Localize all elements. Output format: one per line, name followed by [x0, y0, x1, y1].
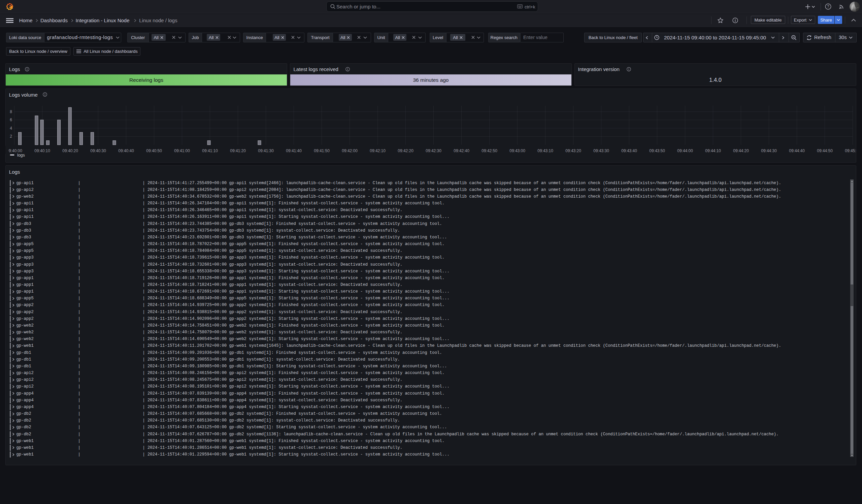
- svg-text:09:43:40: 09:43:40: [621, 148, 637, 153]
- svg-text:09:41:50: 09:41:50: [314, 148, 330, 153]
- svg-text:09:42:20: 09:42:20: [398, 148, 414, 153]
- svg-text:09:43:20: 09:43:20: [565, 148, 581, 153]
- svg-text:09:42:10: 09:42:10: [370, 148, 386, 153]
- svg-text:09:44:30: 09:44:30: [761, 148, 777, 153]
- svg-text:09:43:10: 09:43:10: [537, 148, 553, 153]
- svg-text:2: 2: [10, 134, 12, 139]
- svg-text:09:41:20: 09:41:20: [230, 148, 246, 153]
- svg-text:09:42:30: 09:42:30: [426, 148, 442, 153]
- svg-text:4: 4: [10, 126, 12, 131]
- svg-text:09:40:40: 09:40:40: [118, 148, 134, 153]
- svg-text:?: ?: [827, 4, 830, 9]
- svg-text:09:44:20: 09:44:20: [733, 148, 749, 153]
- svg-text:09:43:30: 09:43:30: [593, 148, 609, 153]
- svg-text:09:40:10: 09:40:10: [34, 148, 50, 153]
- svg-text:8: 8: [10, 109, 12, 114]
- svg-text:09:45:00: 09:45:00: [845, 148, 856, 153]
- svg-text:09:44:10: 09:44:10: [705, 148, 721, 153]
- svg-text:09:43:50: 09:43:50: [649, 148, 665, 153]
- svg-text:09:41:10: 09:41:10: [202, 148, 218, 153]
- svg-text:logs: logs: [17, 153, 25, 158]
- svg-text:09:40:50: 09:40:50: [146, 148, 162, 153]
- svg-text:09:41:30: 09:41:30: [258, 148, 274, 153]
- svg-text:6: 6: [10, 118, 12, 122]
- svg-text:09:44:50: 09:44:50: [817, 148, 833, 153]
- svg-text:09:44:00: 09:44:00: [677, 148, 693, 153]
- svg-text:09:41:00: 09:41:00: [174, 148, 190, 153]
- svg-text:09:40:30: 09:40:30: [90, 148, 106, 153]
- svg-text:09:40:20: 09:40:20: [62, 148, 78, 153]
- svg-text:09:41:40: 09:41:40: [286, 148, 302, 153]
- svg-text:09:42:40: 09:42:40: [454, 148, 469, 153]
- svg-text:09:42:50: 09:42:50: [482, 148, 497, 153]
- svg-text:09:42:00: 09:42:00: [342, 148, 357, 153]
- svg-text:09:43:00: 09:43:00: [509, 148, 525, 153]
- svg-text:09:44:40: 09:44:40: [789, 148, 805, 153]
